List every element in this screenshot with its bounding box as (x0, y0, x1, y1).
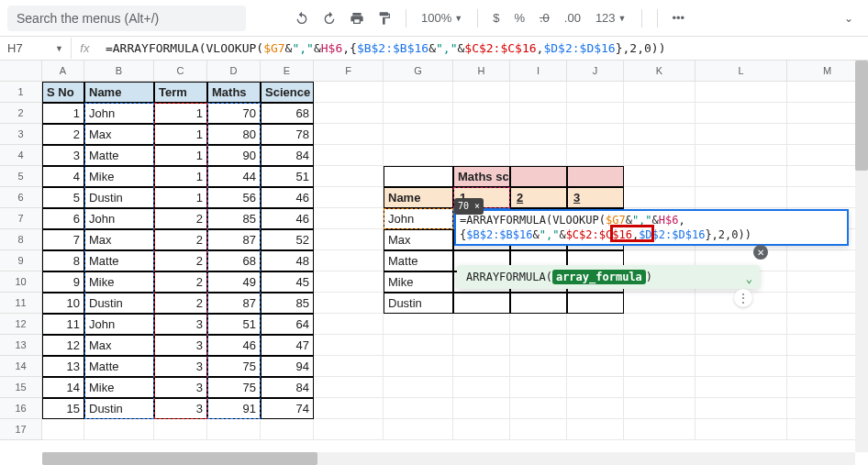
row-header[interactable]: 9 (0, 250, 41, 271)
cell[interactable]: 75 (207, 377, 261, 398)
cell[interactable]: 1 (154, 103, 207, 124)
cell[interactable]: 44 (207, 166, 261, 187)
cell[interactable] (696, 335, 787, 356)
cell[interactable] (314, 271, 384, 293)
cell[interactable]: 3 (154, 335, 207, 356)
cell[interactable]: 68 (207, 250, 261, 271)
row-header[interactable]: 14 (0, 356, 41, 377)
cell[interactable]: 87 (207, 293, 261, 314)
cell[interactable] (510, 145, 567, 166)
cell[interactable] (624, 82, 696, 103)
cell[interactable]: Max (84, 335, 154, 356)
cell[interactable]: 2 (154, 250, 207, 271)
row-header[interactable]: 6 (0, 187, 41, 208)
cell[interactable]: Mike (84, 377, 154, 398)
formula-editor-overlay[interactable]: 70 × =ARRAYFORMULA(VLOOKUP($G7&","&H$6,{… (454, 209, 849, 246)
cell[interactable] (453, 82, 510, 103)
cell[interactable] (453, 314, 510, 335)
cell[interactable] (567, 166, 624, 187)
row-header[interactable]: 1 (0, 82, 41, 103)
cell[interactable]: 1 (154, 145, 207, 166)
row-header[interactable]: 3 (0, 124, 41, 145)
percent-button[interactable]: % (508, 11, 530, 25)
cell[interactable]: 74 (261, 398, 314, 419)
cell[interactable] (567, 398, 624, 419)
cell[interactable]: 46 (261, 208, 314, 229)
horizontal-scrollbar[interactable] (42, 452, 855, 465)
increase-decimal-button[interactable]: .00 (559, 11, 586, 25)
cell[interactable]: Dustin (84, 293, 154, 314)
cell[interactable]: 2 (154, 271, 207, 293)
cell[interactable] (624, 314, 696, 335)
cell[interactable] (453, 419, 510, 440)
cell[interactable] (453, 377, 510, 398)
cell[interactable]: 1 (154, 124, 207, 145)
col-header[interactable]: G (384, 61, 453, 81)
cell[interactable]: 4 (42, 166, 84, 187)
formula-input[interactable]: =ARRAYFORMULA(VLOOKUP($G7&","&H$6,{$B$2:… (98, 41, 868, 55)
cell[interactable]: 8 (42, 250, 84, 271)
cell[interactable]: 7 (42, 229, 84, 250)
cell[interactable]: 68 (261, 103, 314, 124)
cell[interactable] (314, 335, 384, 356)
cell[interactable] (314, 250, 384, 271)
cell[interactable] (567, 335, 624, 356)
cell[interactable]: 84 (261, 145, 314, 166)
cell[interactable]: 2 (154, 208, 207, 229)
tooltip-expand-icon[interactable]: ⌄ (746, 272, 752, 285)
cell[interactable] (510, 293, 567, 314)
cell[interactable]: 75 (207, 356, 261, 377)
redo-button[interactable] (317, 6, 341, 30)
cell[interactable] (567, 356, 624, 377)
cell[interactable] (314, 229, 384, 250)
cell[interactable] (696, 398, 787, 419)
cell[interactable] (314, 166, 384, 187)
cell[interactable] (567, 293, 624, 314)
cell[interactable] (453, 124, 510, 145)
cell[interactable]: John (84, 314, 154, 335)
cell[interactable]: 91 (207, 398, 261, 419)
cell[interactable] (567, 124, 624, 145)
cell[interactable]: 10 (42, 293, 84, 314)
row-header[interactable]: 7 (0, 208, 41, 229)
cell[interactable]: 80 (207, 124, 261, 145)
cell[interactable]: 51 (261, 166, 314, 187)
cell[interactable] (696, 166, 787, 187)
print-button[interactable] (345, 6, 369, 30)
row-header[interactable]: 13 (0, 335, 41, 356)
cell[interactable] (384, 166, 453, 187)
cell[interactable] (314, 377, 384, 398)
cell[interactable]: 45 (261, 271, 314, 293)
cell[interactable]: Science (261, 82, 314, 103)
col-header[interactable]: C (154, 61, 207, 81)
cell[interactable]: 1 (154, 187, 207, 208)
cell[interactable]: Name (84, 82, 154, 103)
vertical-scrollbar[interactable] (855, 61, 868, 452)
menu-search[interactable]: Search the menus (Alt+/) (7, 6, 246, 31)
tooltip-more-icon[interactable]: ⋮ (734, 289, 752, 307)
cell[interactable]: 15 (42, 398, 84, 419)
cell[interactable]: 13 (42, 356, 84, 377)
cell[interactable] (510, 335, 567, 356)
row-header[interactable]: 8 (0, 229, 41, 250)
col-header[interactable]: B (84, 61, 154, 81)
formula-editor-close-icon[interactable]: ✕ (753, 245, 768, 260)
cell[interactable] (567, 145, 624, 166)
cell[interactable]: 52 (261, 229, 314, 250)
cell[interactable] (384, 419, 453, 440)
row-header[interactable]: 5 (0, 166, 41, 187)
cell[interactable] (696, 187, 787, 208)
cell[interactable]: Maths scores (453, 166, 510, 187)
cell[interactable]: 47 (261, 335, 314, 356)
cell[interactable] (696, 377, 787, 398)
cell[interactable] (696, 356, 787, 377)
col-header[interactable]: H (453, 61, 510, 81)
cell[interactable] (84, 419, 154, 440)
cell[interactable]: Dustin (84, 398, 154, 419)
format-dropdown[interactable]: 123▼ (590, 11, 632, 25)
cell[interactable]: Max (384, 229, 453, 250)
cell[interactable]: 46 (261, 187, 314, 208)
cell[interactable] (510, 398, 567, 419)
cell[interactable] (510, 166, 567, 187)
cell[interactable]: 84 (261, 377, 314, 398)
